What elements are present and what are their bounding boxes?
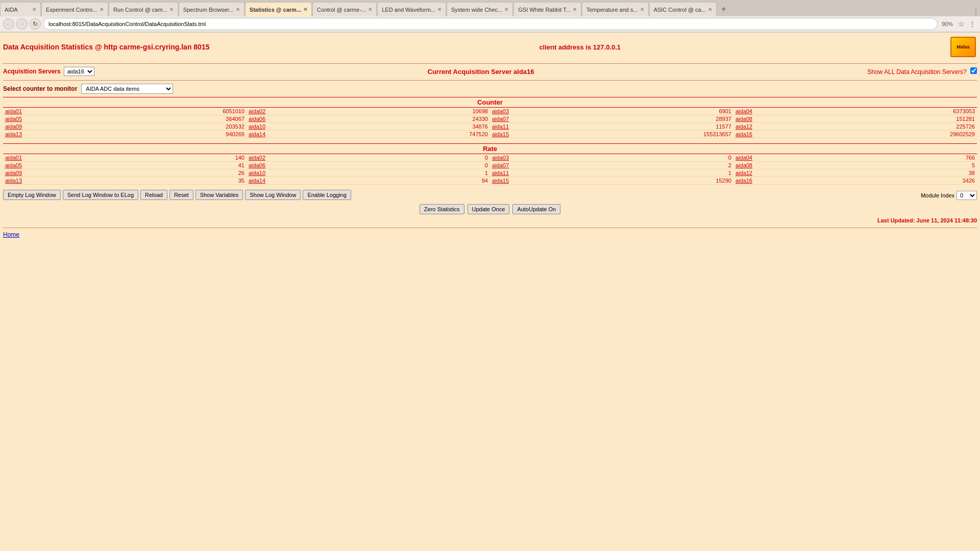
page-header: Data Acquisition Statistics @ http carme… (3, 37, 977, 57)
server-name[interactable]: aida08 (733, 115, 850, 123)
server-name[interactable]: aida15 (490, 177, 607, 185)
server-value: 15290 (607, 177, 733, 185)
tab-label: Run Control @ cam... (113, 7, 167, 13)
server-value: 94 (363, 177, 490, 185)
tab-close-button[interactable]: ✕ (368, 7, 372, 12)
empty-log-button[interactable]: Empty Log Window (3, 190, 61, 200)
server-name[interactable]: aida03 (490, 108, 607, 115)
tab-close-button[interactable]: ✕ (708, 7, 712, 12)
show-all-checkbox[interactable] (970, 67, 977, 74)
menu-icon[interactable]: ⋮ (968, 19, 977, 29)
browser-tab-temperature[interactable]: Temperature and s...✕ (582, 2, 649, 16)
tab-close-button[interactable]: ✕ (303, 7, 307, 12)
server-value: 940269 (120, 131, 247, 138)
tab-close-button[interactable]: ✕ (236, 7, 240, 12)
browser-tab-spectrum[interactable]: Spectrum Browser...✕ (179, 2, 244, 16)
show-variables-button[interactable]: Show Variables (195, 190, 243, 200)
show-log-button[interactable]: Show Log Window (245, 190, 301, 200)
server-name[interactable]: aida06 (247, 162, 363, 169)
tab-label: Temperature and s... (586, 7, 638, 13)
midas-logo: Midas (950, 37, 976, 57)
server-name[interactable]: aida08 (733, 162, 850, 169)
server-value: 34876 (363, 123, 490, 131)
server-name[interactable]: aida16 (733, 131, 850, 138)
tab-close-button[interactable]: ✕ (640, 7, 644, 12)
forward-button[interactable]: → (16, 18, 28, 30)
table-row: aida13 35 aida14 94 aida15 15290 aida16 … (3, 177, 977, 185)
server-name[interactable]: aida06 (247, 115, 363, 123)
server-name[interactable]: aida02 (247, 108, 363, 115)
reset-button[interactable]: Reset (169, 190, 193, 200)
server-value: 0 (363, 162, 490, 169)
server-name[interactable]: aida12 (733, 123, 850, 131)
last-updated: Last Updated: June 11, 2024 11:48:30 (3, 217, 977, 223)
server-value: 225726 (850, 123, 977, 131)
url-bar[interactable] (43, 18, 938, 30)
update-once-button[interactable]: Update Once (468, 204, 510, 214)
server-name[interactable]: aida07 (490, 115, 607, 123)
zero-statistics-button[interactable]: Zero Statistics (420, 204, 464, 214)
server-name[interactable]: aida03 (490, 154, 607, 162)
tab-close-button[interactable]: ✕ (32, 7, 36, 12)
acq-server-row: Acquisition Servers aida16 Current Acqui… (3, 67, 977, 76)
tab-close-button[interactable]: ✕ (169, 7, 174, 12)
acq-server-select[interactable]: aida16 (64, 67, 94, 76)
server-name[interactable]: aida09 (3, 123, 120, 131)
server-name[interactable]: aida05 (3, 115, 120, 123)
server-name[interactable]: aida10 (247, 123, 363, 131)
bookmark-icon[interactable]: ☆ (957, 19, 966, 29)
back-button[interactable]: ← (3, 18, 14, 30)
rate-table: aida01 140 aida02 0 aida03 0 aida04 766 … (3, 154, 977, 185)
tab-close-button[interactable]: ✕ (573, 7, 577, 12)
server-name[interactable]: aida07 (490, 162, 607, 169)
reload-nav-button[interactable]: ↻ (30, 18, 41, 30)
server-value: 0 (363, 154, 490, 162)
tab-close-button[interactable]: ✕ (504, 7, 508, 12)
home-link[interactable]: Home (3, 231, 19, 238)
module-index-select[interactable]: 0 (957, 191, 977, 200)
server-name[interactable]: aida11 (490, 123, 607, 131)
auto-update-button[interactable]: AutoUpdate On (512, 204, 560, 214)
tab-close-button[interactable]: ✕ (437, 7, 442, 12)
server-name[interactable]: aida11 (490, 169, 607, 177)
server-name[interactable]: aida16 (733, 177, 850, 185)
tab-close-button[interactable]: ✕ (100, 7, 104, 12)
reload-button[interactable]: Reload (140, 190, 167, 200)
new-tab-button[interactable]: + (717, 2, 730, 16)
server-name[interactable]: aida02 (247, 154, 363, 162)
server-name[interactable]: aida10 (247, 169, 363, 177)
server-name[interactable]: aida14 (247, 131, 363, 138)
acq-separator (3, 80, 977, 81)
server-value: 41 (120, 162, 247, 169)
server-name[interactable]: aida13 (3, 177, 120, 185)
rate-section: Rate aida01 140 aida02 0 aida03 0 aida04… (3, 143, 977, 185)
page-content: Data Acquisition Statistics @ http carme… (0, 33, 980, 492)
nav-bar: ← → ↻ 90% ☆ ⋮ (0, 16, 980, 32)
server-name[interactable]: aida14 (247, 177, 363, 185)
browser-tab-asic-control[interactable]: ASIC Control @ ca...✕ (649, 2, 717, 16)
table-row: aida01 140 aida02 0 aida03 0 aida04 766 (3, 154, 977, 162)
server-name[interactable]: aida01 (3, 108, 120, 115)
server-name[interactable]: aida01 (3, 154, 120, 162)
browser-tab-led-waveform[interactable]: LED and Waveform...✕ (377, 2, 446, 16)
server-name[interactable]: aida12 (733, 169, 850, 177)
send-log-button[interactable]: Send Log Window to ELog (63, 190, 138, 200)
extensions-icon[interactable]: ⋮ (972, 7, 980, 16)
browser-tab-experiment[interactable]: Experiment Contro...✕ (41, 2, 108, 16)
browser-tab-control[interactable]: Control @ carme-...✕ (312, 2, 377, 16)
server-value: 35 (120, 177, 247, 185)
browser-tab-statistics[interactable]: Statistics @ carm...✕ (245, 2, 312, 16)
server-name[interactable]: aida04 (733, 108, 850, 115)
server-value: 2 (607, 162, 733, 169)
server-name[interactable]: aida15 (490, 131, 607, 138)
server-name[interactable]: aida04 (733, 154, 850, 162)
browser-tab-aida[interactable]: AIDA✕ (0, 2, 41, 16)
enable-logging-button[interactable]: Enable Logging (303, 190, 351, 200)
counter-dropdown[interactable]: AIDA ADC data items (81, 84, 173, 94)
browser-tab-system-check[interactable]: System wide Chec...✕ (447, 2, 513, 16)
server-name[interactable]: aida05 (3, 162, 120, 169)
server-name[interactable]: aida09 (3, 169, 120, 177)
browser-tab-gsi-white-rabbit[interactable]: GSI White Rabbit T...✕ (513, 2, 581, 16)
server-name[interactable]: aida13 (3, 131, 120, 138)
browser-tab-run-control[interactable]: Run Control @ cam...✕ (109, 2, 178, 16)
